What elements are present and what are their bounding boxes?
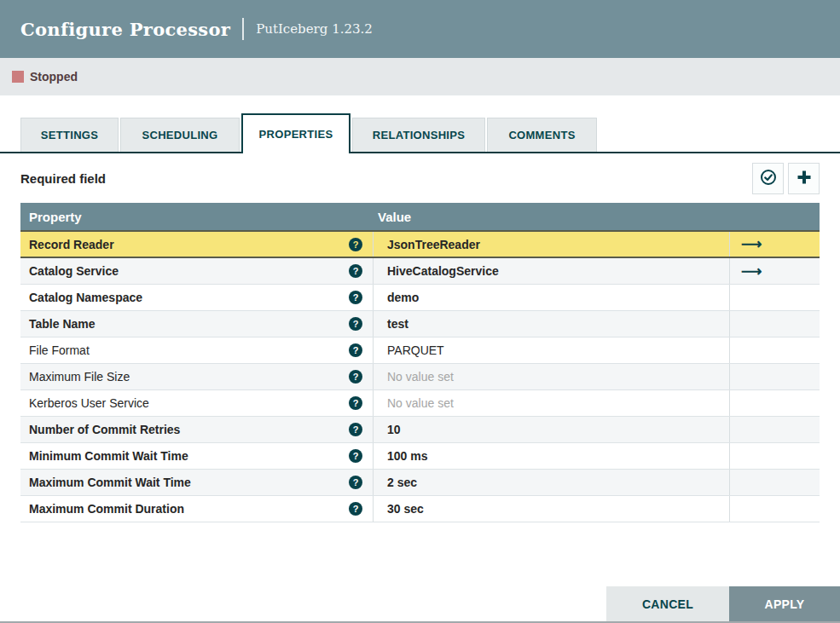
property-row[interactable]: Maximum Commit Wait Time?2 sec: [20, 470, 820, 496]
property-value-cell[interactable]: test: [373, 311, 729, 337]
property-row[interactable]: File Format?PARQUET: [20, 337, 820, 364]
property-value: JsonTreeReader: [387, 238, 480, 251]
cancel-button[interactable]: CANCEL: [606, 586, 729, 621]
help-icon[interactable]: ?: [349, 449, 362, 463]
help-icon[interactable]: ?: [349, 291, 362, 304]
processor-name-version: PutIceberg 1.23.2: [256, 21, 373, 37]
property-row[interactable]: Maximum File Size?No value set: [20, 364, 820, 390]
property-name-cell: Number of Commit Retries?: [20, 417, 373, 442]
help-icon[interactable]: ?: [349, 343, 362, 357]
check-circle-icon: [760, 169, 777, 188]
property-value-cell[interactable]: PARQUET: [373, 337, 729, 363]
configure-processor-dialog: Configure Processor PutIceberg 1.23.2 St…: [0, 0, 840, 522]
required-field-label: Required field: [20, 171, 748, 186]
property-name: Catalog Service: [29, 264, 349, 278]
column-header-value: Value: [373, 210, 729, 224]
property-name: File Format: [29, 343, 349, 357]
property-name: Record Reader: [29, 238, 349, 251]
help-icon[interactable]: ?: [349, 396, 362, 410]
property-name: Maximum Commit Duration: [29, 502, 349, 516]
property-row[interactable]: Catalog Namespace?demo: [20, 285, 820, 311]
property-name-cell: Catalog Service?: [20, 258, 373, 284]
property-value-cell[interactable]: No value set: [373, 364, 729, 389]
property-name-cell: Maximum Commit Duration?: [20, 496, 373, 522]
dialog-header: Configure Processor PutIceberg 1.23.2: [0, 0, 840, 58]
property-value: 2 sec: [387, 476, 417, 489]
stopped-icon: [12, 71, 24, 83]
help-icon[interactable]: ?: [349, 238, 362, 251]
property-value: 30 sec: [387, 502, 424, 516]
property-actions-cell: [729, 496, 820, 522]
property-value: No value set: [387, 370, 454, 384]
go-to-service-icon[interactable]: ⟶: [741, 237, 762, 251]
property-actions-cell: [729, 285, 820, 310]
plus-icon: [796, 169, 813, 188]
status-bar: Stopped: [0, 58, 840, 95]
tab-relationships[interactable]: RELATIONSHIPS: [352, 118, 485, 152]
help-icon[interactable]: ?: [349, 317, 362, 331]
property-value-cell[interactable]: JsonTreeReader: [373, 232, 729, 257]
property-value: 10: [387, 423, 401, 436]
properties-toolbar: Required field: [20, 162, 820, 194]
property-name-cell: Kerberos User Service?: [20, 390, 373, 416]
property-name-cell: Record Reader?: [20, 232, 373, 257]
property-actions-cell: [729, 364, 820, 389]
property-value-cell[interactable]: 100 ms: [373, 443, 729, 469]
column-header-property: Property: [20, 210, 373, 224]
help-icon[interactable]: ?: [349, 370, 362, 384]
property-actions-cell: [729, 311, 820, 337]
tab-bar: SETTINGSSCHEDULINGPROPERTIESRELATIONSHIP…: [0, 114, 840, 153]
help-icon[interactable]: ?: [349, 476, 362, 489]
tab-comments[interactable]: COMMENTS: [487, 118, 597, 152]
tab-properties[interactable]: PROPERTIES: [241, 113, 350, 153]
property-name-cell: Maximum Commit Wait Time?: [20, 470, 373, 495]
property-name: Number of Commit Retries: [29, 423, 349, 436]
property-row[interactable]: Kerberos User Service?No value set: [20, 390, 820, 417]
property-actions-cell: [729, 417, 820, 442]
help-icon[interactable]: ?: [349, 502, 362, 516]
properties-table-body: Record Reader?JsonTreeReader⟶Catalog Ser…: [20, 230, 820, 522]
property-value: No value set: [387, 396, 454, 410]
property-row[interactable]: Record Reader?JsonTreeReader⟶: [20, 230, 820, 258]
property-value-cell[interactable]: 30 sec: [373, 496, 729, 522]
property-value: 100 ms: [387, 449, 427, 463]
dialog-footer: CANCEL APPLY: [606, 586, 840, 621]
property-row[interactable]: Number of Commit Retries?10: [20, 417, 820, 443]
property-actions-cell: [729, 443, 820, 469]
property-value: demo: [387, 291, 419, 304]
apply-button[interactable]: APPLY: [729, 586, 840, 621]
property-actions-cell: ⟶: [729, 258, 820, 284]
help-icon[interactable]: ?: [349, 423, 362, 436]
property-value-cell[interactable]: HiveCatalogService: [373, 258, 729, 284]
property-name-cell: Catalog Namespace?: [20, 285, 373, 310]
property-value: test: [387, 317, 408, 331]
add-property-button[interactable]: [788, 163, 820, 194]
title-divider: [242, 18, 244, 40]
property-value-cell[interactable]: 10: [373, 417, 729, 442]
property-actions-cell: [729, 470, 820, 495]
property-name-cell: Table Name?: [20, 311, 373, 337]
property-value: HiveCatalogService: [387, 264, 499, 278]
help-icon[interactable]: ?: [349, 264, 362, 278]
property-row[interactable]: Minimum Commit Wait Time?100 ms: [20, 443, 820, 470]
property-value-cell[interactable]: 2 sec: [373, 470, 729, 495]
property-value-cell[interactable]: demo: [373, 285, 729, 310]
tab-settings[interactable]: SETTINGS: [20, 118, 119, 152]
property-value-cell[interactable]: No value set: [373, 390, 729, 416]
properties-table: Property Value Record Reader?JsonTreeRea…: [20, 203, 820, 522]
property-name: Catalog Namespace: [29, 291, 349, 304]
property-actions-cell: ⟶: [729, 232, 820, 257]
property-name-cell: File Format?: [20, 337, 373, 363]
status-label: Stopped: [30, 70, 78, 84]
property-name-cell: Maximum File Size?: [20, 364, 373, 389]
property-name-cell: Minimum Commit Wait Time?: [20, 443, 373, 469]
property-row[interactable]: Maximum Commit Duration?30 sec: [20, 496, 820, 522]
go-to-service-icon[interactable]: ⟶: [741, 264, 762, 279]
property-row[interactable]: Table Name?test: [20, 311, 820, 337]
property-name: Kerberos User Service: [29, 396, 349, 410]
property-actions-cell: [729, 337, 820, 363]
verify-properties-button[interactable]: [752, 163, 784, 194]
property-row[interactable]: Catalog Service?HiveCatalogService⟶: [20, 258, 820, 285]
properties-table-header: Property Value: [20, 203, 820, 230]
tab-scheduling[interactable]: SCHEDULING: [120, 118, 240, 152]
